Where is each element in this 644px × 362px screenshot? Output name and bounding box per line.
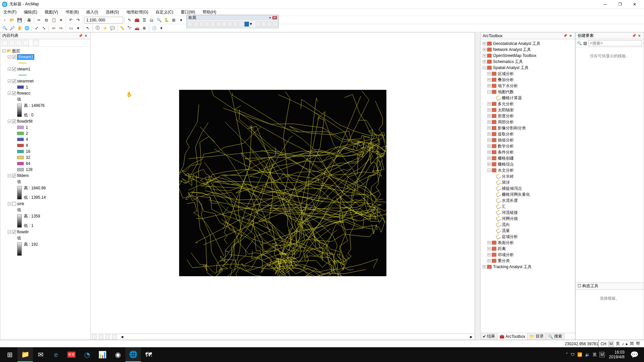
toc-tree[interactable]: −📂图层−Stream1−steam1−steamnet1−flowacc值高 … bbox=[0, 47, 90, 340]
layer-checkbox[interactable] bbox=[12, 202, 16, 206]
hyperlink-icon[interactable]: ⚡ bbox=[102, 25, 108, 32]
ime-lang[interactable]: CH bbox=[601, 342, 606, 346]
cut-icon[interactable]: ✂ bbox=[36, 17, 42, 23]
taskbar-edge-icon[interactable]: e bbox=[48, 347, 64, 362]
toc-close-icon[interactable]: ✕ bbox=[84, 34, 88, 38]
layer-checkbox[interactable] bbox=[12, 119, 16, 123]
toolset-Tracking Analyst 工具[interactable]: +Tracking Analyst 工具 bbox=[481, 264, 574, 270]
ime-help[interactable]: 帮 bbox=[636, 341, 640, 347]
layer-steam1[interactable]: −steam1 bbox=[2, 66, 90, 72]
toolset-栅格创建[interactable]: +栅格创建 bbox=[481, 155, 574, 161]
tool-栅格河网矢量化[interactable]: 栅格河网矢量化 bbox=[481, 191, 574, 197]
taskbar-clock[interactable]: 16:03 2019/4/8 bbox=[607, 350, 627, 360]
map-canvas[interactable]: ✋ bbox=[91, 33, 475, 334]
layer-label[interactable]: steamnet bbox=[17, 79, 34, 83]
tray-shield-icon[interactable]: 🛡 bbox=[571, 352, 575, 357]
toc-options-icon[interactable] bbox=[33, 40, 39, 46]
toolset-地图代数[interactable]: −地图代数 bbox=[481, 89, 574, 95]
catalog-icon[interactable]: 🗂 bbox=[148, 17, 155, 23]
layer-flowacc[interactable]: −flowacc bbox=[2, 90, 90, 96]
toolset-OpenStreetMap Toolbox[interactable]: +OpenStreetMap Toolbox bbox=[481, 53, 574, 59]
scale-input[interactable]: 1:100, 000 bbox=[85, 17, 123, 23]
tool-盆域分析[interactable]: 盆域分析 bbox=[481, 234, 574, 240]
layer-label[interactable]: flowacc bbox=[17, 91, 31, 96]
toolset-太阳辐射[interactable]: +太阳辐射 bbox=[481, 107, 574, 113]
open-icon[interactable]: 📂 bbox=[9, 17, 15, 23]
menu-customize[interactable]: 自定义(C) bbox=[154, 9, 175, 16]
start-button[interactable]: ⊞ bbox=[2, 347, 17, 362]
layer-label[interactable]: sink bbox=[17, 201, 24, 206]
ime-simp[interactable]: 简 bbox=[630, 341, 634, 347]
taskbar-chrome-icon[interactable]: ◉ bbox=[110, 347, 125, 362]
tab-results[interactable]: ✔ 结果 bbox=[481, 333, 497, 340]
pause-button[interactable] bbox=[112, 335, 117, 339]
create-filter-icon[interactable]: 🔍 bbox=[577, 41, 582, 46]
taskbar-app1-icon[interactable]: 📊 bbox=[95, 347, 110, 362]
tool-分水岭[interactable]: 分水岭 bbox=[481, 173, 574, 179]
create-list-icon[interactable]: ▤ bbox=[583, 41, 587, 46]
prev-extent-icon[interactable]: ⇦ bbox=[50, 25, 57, 32]
ime-en[interactable]: 英 bbox=[616, 341, 620, 347]
arctoolbox-pin-icon[interactable]: 📌 bbox=[563, 34, 568, 38]
minimize-button[interactable]: — bbox=[598, 0, 612, 8]
editor-toolbar-icon[interactable]: ✎ bbox=[126, 17, 133, 23]
toolset-距离[interactable]: +距离 bbox=[481, 246, 574, 252]
toc-icon[interactable]: ☰ bbox=[141, 17, 148, 23]
refresh-button[interactable] bbox=[105, 335, 110, 339]
menu-insert[interactable]: 插入(I) bbox=[85, 9, 99, 16]
layout-toolbar-opts-icon[interactable]: ▾ bbox=[269, 16, 271, 19]
fixed-zoom-in-icon[interactable]: ⤢ bbox=[33, 25, 40, 32]
layer-checkbox[interactable] bbox=[12, 174, 16, 178]
create-close-icon[interactable]: ✕ bbox=[637, 34, 642, 38]
scroll-left-icon[interactable]: ◄ bbox=[120, 335, 124, 339]
layer-flowdirfill[interactable]: −flowdirfill bbox=[2, 118, 90, 124]
zoom-out-icon[interactable]: 🔎 bbox=[9, 25, 15, 32]
python-icon[interactable]: 🐍 bbox=[163, 17, 170, 23]
toolset-多元分析[interactable]: +多元分析 bbox=[481, 101, 574, 107]
toolset-Geostatistical Analyst 工具[interactable]: +Geostatistical Analyst 工具 bbox=[481, 41, 574, 47]
toolset-Schematics 工具[interactable]: +Schematics 工具 bbox=[481, 59, 574, 65]
layer-checkbox[interactable] bbox=[12, 67, 16, 71]
tool-河流链接[interactable]: 河流链接 bbox=[481, 209, 574, 216]
zoom-in-icon[interactable]: 🔍 bbox=[1, 25, 8, 32]
layer-checkbox[interactable] bbox=[12, 91, 16, 95]
tab-arctoolbox[interactable]: 🧰 ArcToolbox bbox=[497, 333, 528, 340]
search-window-icon[interactable]: 🔍 bbox=[156, 17, 162, 23]
ime-sound-icon[interactable]: ♪ bbox=[622, 342, 624, 346]
toolset-条件分析[interactable]: +条件分析 bbox=[481, 149, 574, 155]
layer-label[interactable]: steam1 bbox=[17, 67, 30, 71]
layout-toolbar-close-icon[interactable]: ✕ bbox=[272, 16, 277, 19]
redo-icon[interactable]: ↷ bbox=[75, 17, 82, 23]
scroll-right-icon[interactable]: ► bbox=[469, 335, 473, 339]
save-icon[interactable]: 💾 bbox=[16, 17, 23, 23]
menu-file[interactable]: 文件(F) bbox=[2, 9, 18, 16]
undo-icon[interactable]: ↶ bbox=[67, 17, 74, 23]
layout-view-button[interactable] bbox=[99, 335, 103, 339]
print-icon[interactable]: 🖶 bbox=[26, 17, 33, 23]
ime-m[interactable]: M bbox=[608, 341, 614, 347]
toc-root-label[interactable]: 图层 bbox=[12, 48, 20, 54]
data-view-button[interactable] bbox=[92, 335, 97, 339]
delete-icon[interactable]: ✕ bbox=[58, 17, 64, 23]
toc-list-by-source-icon[interactable] bbox=[9, 40, 15, 46]
full-extent-icon[interactable]: 🌐 bbox=[23, 25, 30, 32]
toolset-局部分析[interactable]: +局部分析 bbox=[481, 119, 574, 125]
menu-view[interactable]: 视图(V) bbox=[43, 9, 59, 16]
time-slider-icon[interactable]: 🕒 bbox=[151, 25, 157, 32]
layer-label[interactable]: flowdir bbox=[17, 230, 29, 234]
copy-icon[interactable]: ⧉ bbox=[43, 17, 50, 23]
menu-edit[interactable]: 编辑(E) bbox=[22, 9, 39, 16]
taskbar-mail-icon[interactable]: ✉ bbox=[33, 347, 48, 362]
modelbuilder-icon[interactable]: ⊞ bbox=[170, 17, 177, 23]
html-popup-icon[interactable]: 💬 bbox=[109, 25, 116, 32]
arctoolbox-close-icon[interactable]: ✕ bbox=[568, 34, 573, 38]
tool-流量[interactable]: 流量 bbox=[481, 228, 574, 234]
toolset-密度分析[interactable]: +密度分析 bbox=[481, 113, 574, 119]
menu-bookmarks[interactable]: 书签(B) bbox=[64, 9, 80, 16]
next-extent-icon[interactable]: ⇨ bbox=[58, 25, 64, 32]
layer-filldem[interactable]: −filldem bbox=[2, 173, 90, 179]
taskbar-arcmap-icon[interactable]: 🌐 bbox=[125, 347, 141, 362]
layer-flowdir[interactable]: −flowdir bbox=[2, 229, 90, 235]
map-vertical-scrollbar[interactable] bbox=[475, 32, 480, 340]
layer-steamnet[interactable]: −steamnet bbox=[2, 78, 90, 84]
